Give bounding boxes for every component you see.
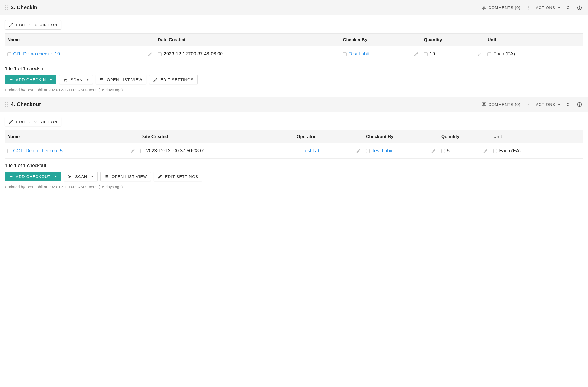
actions-label: ACTIONS <box>536 5 555 10</box>
svg-point-35 <box>105 175 105 176</box>
comments-button[interactable]: COMMENTS (0) <box>481 5 520 10</box>
chevron-down-icon <box>558 7 561 8</box>
drag-handle-icon[interactable] <box>5 102 8 107</box>
edit-description-button[interactable]: EDIT DESCRIPTION <box>5 20 61 30</box>
list-icon <box>99 77 104 82</box>
edit-cell-icon[interactable] <box>414 52 419 56</box>
comments-button[interactable]: COMMENTS (0) <box>481 102 520 107</box>
table-row: CI1: Demo checkin 10 2023-12-12T00:37:48… <box>5 46 583 62</box>
plus-icon <box>9 78 13 82</box>
collapse-button[interactable] <box>565 4 572 11</box>
collapse-button[interactable] <box>565 101 572 108</box>
checkbox[interactable] <box>424 52 428 56</box>
col-quantity: Quantity <box>421 34 485 46</box>
svg-point-22 <box>528 103 529 103</box>
row-operator-link[interactable]: Test Labii <box>302 148 323 154</box>
checkbox[interactable] <box>493 149 497 153</box>
checkbox[interactable] <box>7 149 11 153</box>
open-list-view-button[interactable]: OPEN LIST VIEW <box>100 172 151 181</box>
actions-dropdown[interactable]: ACTIONS <box>536 5 561 10</box>
row-quantity: 10 <box>430 51 435 57</box>
checkbox[interactable] <box>297 149 300 153</box>
collapse-icon <box>566 5 571 10</box>
checkbox[interactable] <box>7 52 11 56</box>
button-row: ADD CHECKIN SCAN OPEN LIST VIEW EDIT SET… <box>5 75 583 84</box>
open-list-label: OPEN LIST VIEW <box>107 77 143 82</box>
more-button[interactable] <box>525 4 532 11</box>
count-row: 1 to 1 of 1 checkout. <box>5 163 583 168</box>
open-list-label: OPEN LIST VIEW <box>112 174 147 179</box>
edit-description-label: EDIT DESCRIPTION <box>16 120 58 124</box>
plus-icon <box>9 174 13 179</box>
svg-point-26 <box>579 105 580 106</box>
edit-cell-icon[interactable] <box>130 149 135 153</box>
help-icon <box>577 102 582 107</box>
col-name: Name <box>5 34 155 46</box>
more-vertical-icon <box>526 102 530 107</box>
row-name-link[interactable]: CO1: Demo checkout 5 <box>13 148 63 154</box>
section-header-checkout: 4. Checkout COMMENTS (0) ACTIONS <box>0 97 588 112</box>
comment-icon <box>481 5 487 10</box>
table-row: CO1: Demo checkout 5 2023-12-12T00:37:50… <box>5 143 583 159</box>
svg-rect-29 <box>69 176 70 176</box>
comment-icon <box>481 102 487 107</box>
checkbox[interactable] <box>366 149 370 153</box>
count-suffix: checkin. <box>26 66 45 71</box>
updated-text: Updated by Test Labii at 2023-12-12T00:3… <box>5 185 583 189</box>
checkbox[interactable] <box>343 52 347 56</box>
row-by-link[interactable]: Test Labii <box>372 148 392 154</box>
svg-point-7 <box>579 8 580 9</box>
count-to-word: to <box>7 66 14 71</box>
help-icon <box>577 5 582 10</box>
chevron-down-icon <box>86 79 89 81</box>
count-of-word: of <box>17 66 23 71</box>
edit-cell-icon[interactable] <box>431 149 436 153</box>
add-checkin-button[interactable]: ADD CHECKIN <box>5 75 56 84</box>
svg-rect-30 <box>70 176 71 176</box>
section-body-checkin: EDIT DESCRIPTION Name Date Created Check… <box>0 15 588 97</box>
pencil-icon <box>9 22 13 27</box>
scan-button[interactable]: SCAN <box>64 172 98 181</box>
col-unit: Unit <box>491 130 583 143</box>
col-checkin-by: Checkin By <box>340 34 421 46</box>
col-name: Name <box>5 130 138 143</box>
more-button[interactable] <box>525 101 532 108</box>
checkbox[interactable] <box>158 52 162 56</box>
row-by-link[interactable]: Test Labii <box>349 51 369 57</box>
row-unit: Each (EA) <box>493 51 515 57</box>
edit-cell-icon[interactable] <box>148 52 153 56</box>
svg-rect-31 <box>69 177 70 177</box>
updated-text: Updated by Test Labii at 2023-12-12T00:3… <box>5 88 583 92</box>
svg-point-18 <box>100 81 101 81</box>
chevron-down-icon <box>91 176 94 177</box>
pencil-icon <box>158 174 162 179</box>
svg-rect-12 <box>65 80 65 80</box>
checkbox[interactable] <box>140 149 144 153</box>
row-quantity: 5 <box>447 148 450 154</box>
checkbox[interactable] <box>487 52 491 56</box>
row-unit: Each (EA) <box>499 148 521 154</box>
help-button[interactable] <box>576 101 583 108</box>
scan-button[interactable]: SCAN <box>59 75 93 84</box>
add-checkout-button[interactable]: ADD CHECKOUT <box>5 172 61 181</box>
help-button[interactable] <box>576 4 583 11</box>
row-name-link[interactable]: CI1: Demo checkin 10 <box>13 51 60 57</box>
edit-description-button[interactable]: EDIT DESCRIPTION <box>5 117 61 126</box>
scan-label: SCAN <box>70 77 83 82</box>
svg-rect-11 <box>66 79 66 79</box>
section-header-checkin: 3. Checkin COMMENTS (0) ACTIONS <box>0 0 588 15</box>
edit-settings-label: EDIT SETTINGS <box>165 174 198 179</box>
checkout-table: Name Date Created Operator Checkout By Q… <box>5 130 583 159</box>
edit-settings-button[interactable]: EDIT SETTINGS <box>154 172 202 181</box>
edit-cell-icon[interactable] <box>483 149 488 153</box>
section-title: 3. Checkin <box>11 4 481 11</box>
checkbox[interactable] <box>441 149 445 153</box>
actions-dropdown[interactable]: ACTIONS <box>536 102 561 107</box>
chevron-down-icon <box>558 104 561 105</box>
header-actions: COMMENTS (0) ACTIONS <box>481 4 583 11</box>
edit-cell-icon[interactable] <box>477 52 482 56</box>
edit-cell-icon[interactable] <box>356 149 361 153</box>
edit-settings-button[interactable]: EDIT SETTINGS <box>149 75 198 84</box>
open-list-view-button[interactable]: OPEN LIST VIEW <box>96 75 146 84</box>
drag-handle-icon[interactable] <box>5 5 8 10</box>
